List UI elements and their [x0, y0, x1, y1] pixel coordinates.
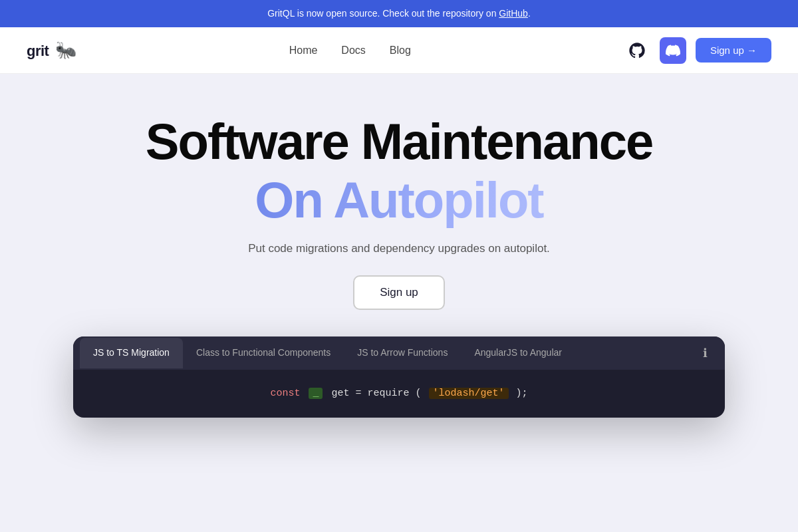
tab-class-to-functional[interactable]: Class to Functional Components [183, 338, 344, 368]
nav-home[interactable]: Home [289, 45, 318, 57]
code-content: const _ get = require ( 'lodash/get' ); [73, 370, 725, 418]
logo-ant-icon: 🐜 [55, 40, 76, 60]
nav-docs[interactable]: Docs [341, 45, 365, 57]
github-icon-button[interactable] [624, 37, 650, 64]
logo-wordmark: grit [27, 43, 49, 59]
logo-text: grit 🐜 [27, 40, 76, 61]
tab-js-to-arrow[interactable]: JS to Arrow Functions [344, 338, 461, 368]
hero-signup-button[interactable]: Sign up [353, 275, 445, 310]
tab-js-to-ts[interactable]: JS to TS Migration [80, 338, 183, 368]
hero-title-line1: Software Maintenance [13, 114, 785, 170]
signup-button[interactable]: Sign up → [696, 38, 771, 63]
info-icon[interactable]: ℹ [692, 336, 718, 370]
banner-text: GritQL is now open source. Check out the… [267, 8, 499, 19]
tab-angularjs-to-angular[interactable]: AngularJS to Angular [461, 338, 575, 368]
code-card: JS to TS Migration Class to Functional C… [73, 336, 725, 418]
nav-links: Home Docs Blog [289, 45, 411, 57]
code-line-1: const _ get = require ( 'lodash/get' ); [93, 386, 705, 402]
github-link[interactable]: GitHub [499, 8, 528, 19]
announcement-banner: GritQL is now open source. Check out the… [0, 0, 798, 27]
code-tabs: JS to TS Migration Class to Functional C… [73, 336, 725, 370]
discord-icon-button[interactable] [660, 37, 686, 64]
hero-title: Software Maintenance On Autopilot [13, 114, 785, 230]
nav-blog[interactable]: Blog [390, 45, 411, 57]
hero-subtitle: Put code migrations and dependency upgra… [13, 242, 785, 255]
hero-section: Software Maintenance On Autopilot Put co… [0, 74, 798, 438]
logo[interactable]: grit 🐜 [27, 40, 76, 61]
hero-title-line2: On Autopilot [13, 170, 785, 230]
banner-text-end: . [528, 8, 531, 19]
nav-right: Sign up → [624, 37, 771, 64]
navbar: grit 🐜 Home Docs Blog Sign up → [0, 27, 798, 74]
